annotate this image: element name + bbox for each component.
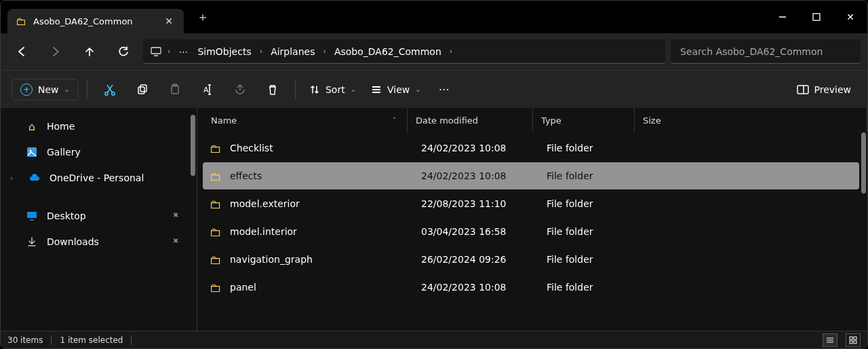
sidebar-item-gallery[interactable]: Gallery [7,139,190,165]
breadcrumb-segment[interactable]: Asobo_DA62_Common [330,46,446,57]
more-button[interactable]: ⋯ [431,76,459,103]
sidebar-item-onedrive[interactable]: › OneDrive - Personal [7,165,190,191]
preview-icon [797,85,809,94]
table-row[interactable]: 🗀Checklist24/02/2023 10:08File folder [203,134,859,162]
table-row[interactable]: 🗀navigation_graph26/02/2024 09:26File fo… [203,246,859,273]
cloud-icon [28,173,41,183]
svg-text:A: A [203,86,209,94]
svg-rect-16 [27,212,37,218]
cut-button[interactable] [96,76,124,103]
rename-button[interactable]: A [193,76,222,103]
home-icon: ⌂ [25,120,39,133]
copy-button[interactable] [128,76,157,103]
view-label: View [387,84,410,95]
file-name: panel [230,282,256,293]
breadcrumb-segment[interactable]: Airplanes [267,46,319,57]
svg-rect-6 [138,87,144,94]
paste-button[interactable] [161,76,189,103]
ellipsis-icon[interactable]: ⋯ [174,46,192,57]
sidebar-item-downloads[interactable]: Downloads [7,229,190,255]
details-view-toggle[interactable] [823,333,837,347]
search-placeholder: Search Asobo_DA62_Common [680,46,823,57]
table-row[interactable]: 🗀model.exterior22/08/2023 11:10File fold… [203,190,859,217]
file-type: File folder [538,254,640,265]
column-header-date[interactable]: Date modified [408,108,533,132]
chevron-down-icon: ⌄ [415,86,420,93]
pin-icon [172,238,180,246]
chevron-right-icon[interactable]: › [165,47,173,56]
sidebar-item-home[interactable]: ⌂ Home [7,113,190,139]
divider [295,80,296,99]
address-bar[interactable]: › ⋯ SimObjects › Airplanes › Asobo_DA62_… [143,39,665,64]
chevron-down-icon: ⌄ [351,86,356,93]
tab-current[interactable]: 🗀 Asobo_DA62_Common ✕ [7,9,184,33]
column-header-name[interactable]: Name ˄ [197,108,408,132]
table-row[interactable]: 🗀panel24/02/2023 10:08File folder [203,274,859,301]
chevron-right-icon[interactable]: › [320,47,328,56]
thumbnails-view-toggle[interactable] [846,333,861,347]
forward-button[interactable] [41,39,70,65]
table-row[interactable]: 🗀effects24/02/2023 10:08File folder [203,162,859,189]
file-name: navigation_graph [230,254,313,265]
status-item-count: 30 items [7,335,43,345]
chevron-right-icon[interactable]: › [10,174,20,183]
folder-icon: 🗀 [208,169,223,183]
tab-title: Asobo_DA62_Common [33,16,158,26]
svg-rect-20 [850,341,852,344]
sidebar-item-label: Downloads [47,236,99,247]
file-list: Name ˄ Date modified Type Size 🗀Checklis… [197,108,867,348]
up-button[interactable] [75,39,104,65]
minimize-button[interactable] [766,1,800,33]
svg-rect-7 [140,85,146,92]
svg-rect-19 [854,337,856,339]
svg-rect-1 [813,14,820,20]
scrollbar-thumb[interactable] [191,115,195,176]
view-button[interactable]: View ⌄ [366,84,427,95]
column-headers: Name ˄ Date modified Type Size [197,108,867,132]
sort-button[interactable]: Sort ⌄ [304,84,361,95]
delete-button[interactable] [258,76,287,103]
column-header-size[interactable]: Size [635,108,867,132]
close-button[interactable]: ✕ [833,1,867,33]
title-bar: 🗀 Asobo_DA62_Common ✕ ＋ ✕ [1,1,867,33]
file-type: File folder [538,143,640,153]
svg-rect-2 [151,48,161,54]
table-row[interactable]: 🗀model.interior03/04/2023 16:58File fold… [203,218,859,245]
file-date: 24/02/2023 10:08 [413,170,538,181]
new-tab-button[interactable]: ＋ [189,9,216,25]
toolbar: + New ⌄ A Sort ⌄ View [1,70,867,108]
refresh-button[interactable] [109,39,138,65]
search-input[interactable]: Search Asobo_DA62_Common [671,39,861,64]
file-name: effects [230,170,262,181]
file-type: File folder [538,170,640,181]
chevron-right-icon[interactable]: › [257,47,265,56]
file-type: File folder [538,226,640,237]
status-bar: 30 items 1 item selected [1,331,867,348]
sidebar-item-label: OneDrive - Personal [50,172,144,183]
new-label: New [38,84,59,95]
folder-icon: 🗀 [208,253,223,267]
scrollbar-thumb[interactable] [861,132,866,194]
sidebar-item-label: Home [47,121,75,132]
chevron-right-icon[interactable]: › [447,47,455,56]
preview-button[interactable]: Preview [791,84,857,95]
svg-rect-12 [797,86,808,94]
share-button[interactable] [226,76,254,103]
sidebar-item-desktop[interactable]: Desktop [7,203,190,229]
new-button[interactable]: + New ⌄ [12,79,79,100]
file-date: 26/02/2024 09:26 [413,254,538,265]
divider [131,335,132,345]
file-name: model.exterior [230,198,300,209]
close-tab-icon[interactable]: ✕ [165,16,173,26]
pin-icon [172,212,180,220]
back-button[interactable] [7,39,36,65]
svg-rect-18 [850,337,852,339]
breadcrumb-segment[interactable]: SimObjects [193,46,255,57]
file-name: model.interior [230,226,297,237]
maximize-button[interactable] [800,1,833,33]
svg-rect-8 [172,86,178,94]
list-icon [371,84,382,95]
column-header-type[interactable]: Type [533,108,635,132]
sidebar-item-label: Gallery [47,147,81,158]
file-type: File folder [538,198,640,209]
